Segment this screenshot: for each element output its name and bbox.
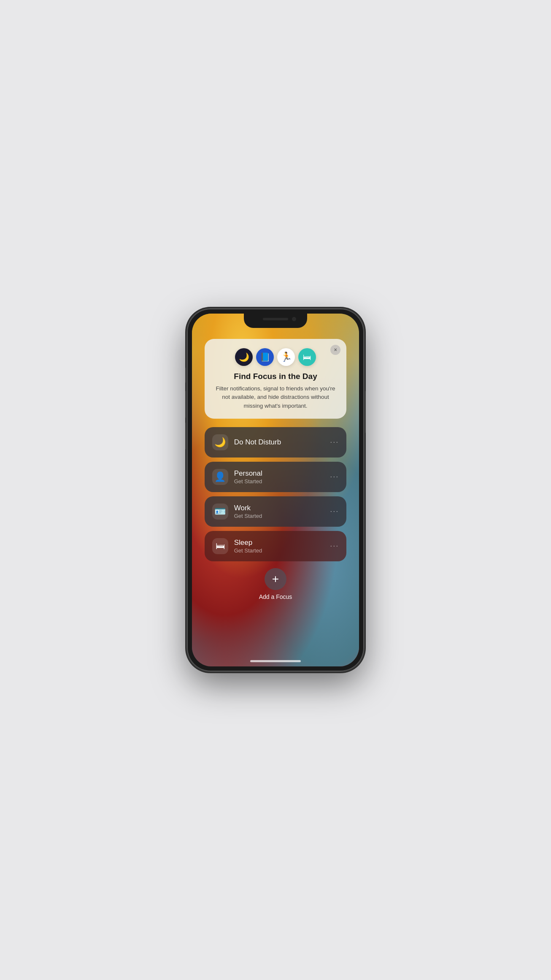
mute-button (185, 368, 187, 383)
focus-info-card: × 🌙 📘 🏃 🛏 Find Focus in the Day Filter n… (205, 339, 347, 419)
work-subtitle: Get Started (234, 513, 327, 519)
notch (244, 314, 307, 328)
sleep-subtitle: Get Started (234, 547, 327, 554)
work-item[interactable]: 🪪 Work Get Started ··· (205, 496, 347, 527)
personal-text: Personal Get Started (234, 469, 327, 485)
work-more-icon[interactable]: ··· (330, 507, 339, 516)
moon-focus-icon: 🌙 (235, 348, 253, 366)
power-button (364, 391, 366, 433)
add-focus-button[interactable]: + (265, 568, 286, 590)
work-name: Work (234, 504, 327, 512)
sleep-text: Sleep Get Started (234, 539, 327, 554)
volume-up-button (185, 391, 187, 418)
personal-subtitle: Get Started (234, 478, 327, 485)
sleep-name: Sleep (234, 539, 327, 547)
book-focus-icon: 📘 (256, 348, 274, 366)
sleep-focus-icon: 🛏 (298, 348, 316, 366)
volume-down-button (185, 422, 187, 449)
close-icon: × (334, 347, 337, 352)
add-focus-container: + Add a Focus (259, 568, 292, 600)
run-focus-icon: 🏃 (277, 348, 295, 366)
work-icon: 🪪 (212, 504, 228, 520)
speaker (263, 318, 288, 320)
do-not-disturb-item[interactable]: 🌙 Do Not Disturb ··· (205, 427, 347, 458)
personal-more-icon[interactable]: ··· (330, 472, 339, 481)
sleep-icon: 🛏 (212, 538, 228, 554)
phone-screen: × 🌙 📘 🏃 🛏 Find Focus in the Day Filter n… (192, 314, 359, 666)
sleep-more-icon[interactable]: ··· (330, 541, 339, 550)
sleep-item[interactable]: 🛏 Sleep Get Started ··· (205, 531, 347, 561)
front-camera (292, 317, 296, 321)
focus-card-title: Find Focus in the Day (213, 372, 338, 381)
focus-card-description: Filter notifications, signal to friends … (213, 384, 338, 410)
focus-list: 🌙 Do Not Disturb ··· 👤 Personal Get Star… (205, 427, 347, 561)
focus-icons-row: 🌙 📘 🏃 🛏 (213, 348, 338, 366)
close-button[interactable]: × (330, 345, 340, 355)
phone-frame: × 🌙 📘 🏃 🛏 Find Focus in the Day Filter n… (187, 309, 364, 671)
personal-name: Personal (234, 469, 327, 478)
do-not-disturb-name: Do Not Disturb (234, 438, 327, 447)
add-focus-label: Add a Focus (259, 593, 292, 600)
plus-icon: + (272, 573, 279, 585)
do-not-disturb-more-icon[interactable]: ··· (330, 438, 339, 447)
do-not-disturb-icon: 🌙 (212, 434, 228, 450)
personal-item[interactable]: 👤 Personal Get Started ··· (205, 462, 347, 492)
do-not-disturb-text: Do Not Disturb (234, 438, 327, 447)
work-text: Work Get Started (234, 504, 327, 519)
screen-content: × 🌙 📘 🏃 🛏 Find Focus in the Day Filter n… (192, 314, 359, 666)
personal-icon: 👤 (212, 469, 228, 485)
